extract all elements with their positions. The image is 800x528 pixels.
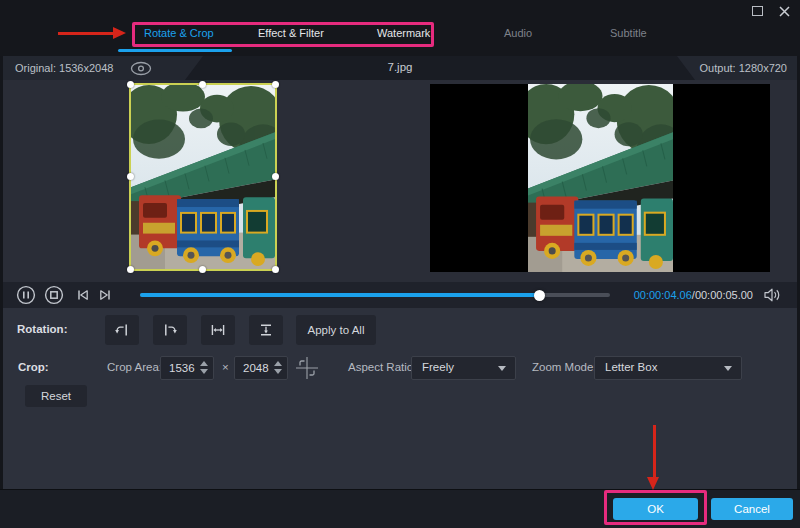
apply-to-all-button[interactable]: Apply to All — [296, 315, 376, 345]
crop-handle-top-right[interactable] — [272, 81, 279, 88]
crop-handle-bottom-center[interactable] — [199, 266, 206, 273]
tab-audio[interactable]: Audio — [504, 27, 532, 39]
output-size-banner: Output: 1280x720 — [677, 56, 797, 80]
rotate-right-button[interactable] — [153, 315, 187, 345]
close-icon — [777, 4, 792, 19]
crop-width-field[interactable] — [160, 356, 214, 380]
spinner-down-icon[interactable] — [274, 369, 282, 374]
current-time: 00:00:04.06 — [634, 289, 692, 301]
titlebar: Rotate & Crop Effect & Filter Watermark … — [0, 0, 800, 56]
crop-area-label: Crop Area: — [107, 361, 162, 373]
edit-controls-panel: Rotation: Apply to All Crop: Crop Are — [3, 308, 797, 489]
seek-slider-thumb[interactable] — [534, 290, 545, 301]
spinner-down-icon[interactable] — [200, 369, 208, 374]
rotate-right-icon — [162, 322, 178, 338]
active-tab-indicator — [118, 49, 232, 52]
volume-icon — [763, 288, 781, 302]
stop-icon — [44, 285, 64, 305]
preview-area: Original: 1536x2048 7.jpg Output: 1280x7… — [3, 56, 797, 282]
flip-horizontal-icon — [210, 322, 226, 338]
seek-slider-fill — [140, 293, 539, 297]
crop-center-button[interactable] — [294, 355, 320, 383]
footer-bar: OK Cancel — [0, 489, 800, 528]
time-display: 00:00:04.06/00:00:05.00 — [634, 289, 753, 301]
crop-width-stepper[interactable] — [200, 361, 208, 374]
tab-subtitle[interactable]: Subtitle — [610, 27, 647, 39]
rotation-section-label: Rotation: — [17, 323, 67, 335]
dropdown-arrow-icon — [724, 366, 732, 371]
zoom-mode-select[interactable]: Letter Box — [594, 356, 742, 380]
source-preview-image — [131, 85, 275, 269]
crop-handle-bottom-right[interactable] — [272, 266, 279, 273]
crop-times-symbol: × — [222, 361, 229, 373]
dropdown-arrow-icon — [498, 366, 506, 371]
stop-button[interactable] — [44, 285, 64, 307]
crop-handle-top-center[interactable] — [199, 81, 206, 88]
crop-handle-middle-left[interactable] — [127, 173, 134, 180]
tab-effect-filter[interactable]: Effect & Filter — [258, 27, 324, 39]
ok-button[interactable]: OK — [613, 498, 698, 520]
flip-vertical-icon — [258, 322, 274, 338]
crop-handle-top-left[interactable] — [127, 81, 134, 88]
crop-handle-bottom-left[interactable] — [127, 266, 134, 273]
maximize-button[interactable] — [752, 6, 763, 16]
crop-handle-middle-right[interactable] — [272, 173, 279, 180]
close-button[interactable] — [777, 4, 792, 21]
output-size-label: Output: 1280x720 — [700, 62, 787, 74]
next-frame-button[interactable] — [97, 287, 113, 305]
prev-frame-icon — [75, 287, 91, 303]
next-frame-icon — [97, 287, 113, 303]
zoom-mode-value: Letter Box — [605, 361, 657, 373]
tab-rotate-crop[interactable]: Rotate & Crop — [144, 27, 214, 39]
output-preview-image — [528, 84, 673, 272]
aspect-ratio-value: Freely — [422, 361, 454, 373]
maximize-icon — [752, 6, 763, 16]
rotate-left-icon — [114, 322, 130, 338]
tab-watermark[interactable]: Watermark — [377, 27, 430, 39]
flip-vertical-button[interactable] — [249, 315, 283, 345]
aspect-ratio-select[interactable]: Freely — [411, 356, 516, 380]
spinner-up-icon[interactable] — [200, 361, 208, 366]
crop-width-input[interactable] — [161, 357, 197, 379]
pause-icon — [16, 285, 36, 305]
crop-section-label: Crop: — [18, 361, 49, 373]
clip-filename: 7.jpg — [3, 61, 797, 73]
total-time: 00:00:05.00 — [695, 289, 753, 301]
source-preview-crop-frame[interactable] — [129, 83, 277, 271]
flip-horizontal-button[interactable] — [201, 315, 235, 345]
rotate-left-button[interactable] — [105, 315, 139, 345]
crop-height-input[interactable] — [235, 357, 271, 379]
crop-height-field[interactable] — [234, 356, 288, 380]
cancel-button[interactable]: Cancel — [711, 498, 793, 520]
volume-button[interactable] — [763, 288, 781, 304]
aspect-ratio-label: Aspect Ratio: — [348, 361, 416, 373]
crop-height-stepper[interactable] — [274, 361, 282, 374]
reset-button[interactable]: Reset — [25, 385, 87, 407]
crop-center-icon — [294, 355, 320, 381]
output-preview — [430, 84, 770, 272]
pause-button[interactable] — [16, 285, 36, 307]
seek-slider[interactable] — [140, 293, 610, 297]
zoom-mode-label: Zoom Mode: — [532, 361, 597, 373]
spinner-up-icon[interactable] — [274, 361, 282, 366]
previous-frame-button[interactable] — [75, 287, 91, 305]
playback-bar: 00:00:04.06/00:00:05.00 — [3, 282, 797, 308]
